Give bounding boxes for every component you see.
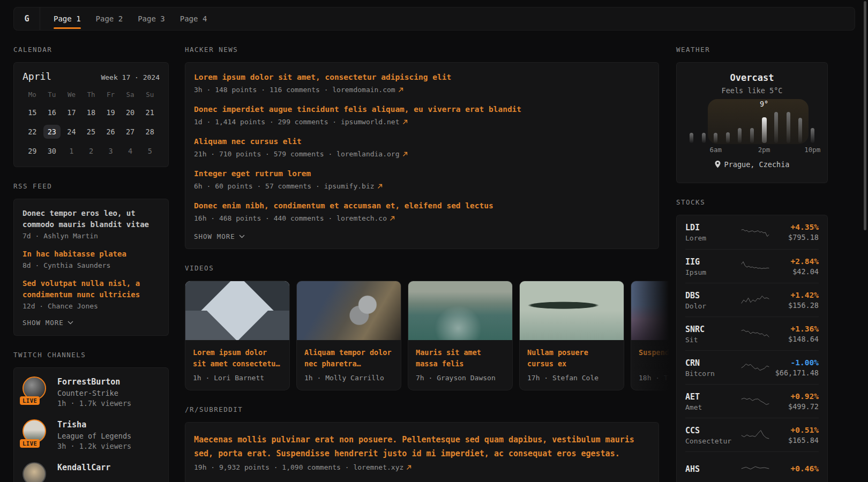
stock-name: Amet <box>685 403 741 411</box>
chevron-down-icon <box>68 321 73 325</box>
video-thumbnail[interactable] <box>297 281 401 340</box>
hour-bar <box>702 133 706 143</box>
calendar-day: 25 <box>83 125 100 139</box>
calendar-weekday-header: Th <box>81 89 101 100</box>
page-tab[interactable]: Page 2 <box>96 7 123 30</box>
stock-change: +0.46% <box>769 464 819 473</box>
logo[interactable]: G <box>14 7 40 30</box>
channel-avatar-image <box>23 462 46 482</box>
stock-sparkline <box>741 426 769 444</box>
video-thumbnail[interactable] <box>185 281 289 340</box>
calendar-day: 24 <box>63 125 80 139</box>
avatar[interactable]: LIVE <box>23 419 48 445</box>
stock-ticker[interactable]: SNRC <box>685 325 705 334</box>
avatar[interactable]: LIVE <box>23 376 48 402</box>
live-badge: LIVE <box>20 396 40 405</box>
stock-change: +4.35% <box>769 223 819 231</box>
hour-bar <box>738 128 742 143</box>
video-title[interactable]: Mauris sit amet massa felis <box>416 347 505 370</box>
video-title[interactable]: Suspendisse diam <box>639 347 674 370</box>
rss-item-title[interactable]: In hac habitasse platea <box>23 248 160 260</box>
weather-card: Overcast Feels like 5°C 9°6am2pm10pm Pra… <box>676 62 828 183</box>
avatar[interactable] <box>23 462 48 482</box>
video-title[interactable]: Lorem ipsum dolor sit amet consectetu… <box>193 347 282 370</box>
hackernews-widget: HACKER NEWS Lorem ipsum dolor sit amet, … <box>185 46 659 249</box>
video-title[interactable]: Aliquam tempor dolor nec pharetra… <box>304 347 393 370</box>
stock-ticker[interactable]: IIG <box>685 257 700 267</box>
hackernews-show-more-button[interactable]: SHOW MORE <box>194 232 245 240</box>
external-link-icon[interactable] <box>398 87 403 93</box>
video-thumbnail[interactable] <box>408 281 512 340</box>
stock-ticker[interactable]: CCS <box>685 426 700 435</box>
scrollbar-thumb[interactable] <box>864 1 866 230</box>
post-meta-text: 19h · 9,932 points · 1,090 comments · lo… <box>194 463 403 471</box>
calendar-day: 26 <box>102 125 119 139</box>
stock-ticker[interactable]: DBS <box>685 291 700 300</box>
stock-change: -1.00% <box>769 358 819 367</box>
video-title[interactable]: Nullam posuere cursus ex <box>527 347 616 370</box>
rss-item-title[interactable]: Sed volutpat nulla nisl, a condimentum n… <box>23 278 160 300</box>
external-link-icon[interactable] <box>402 152 408 157</box>
page-tab[interactable]: Page 4 <box>180 7 207 30</box>
stock-ticker[interactable]: AHS <box>685 464 700 474</box>
stocks-section-label: STOCKS <box>676 198 828 206</box>
stock-name: Consectetur <box>685 437 741 445</box>
video-thumbnail[interactable] <box>631 281 674 340</box>
story-meta: 21h · 710 points · 579 comments · loreml… <box>194 150 650 158</box>
calendar-day: 22 <box>24 125 41 139</box>
subreddit-widget: /R/SUBREDDIT Maecenas mollis pulvinar er… <box>185 405 659 482</box>
story-title[interactable]: Donec imperdiet augue tincidunt felis al… <box>194 104 650 115</box>
stocks-widget: STOCKS LDI Lorem +4.35% $795.18 IIG Ipsu… <box>676 198 828 482</box>
stock-ticker[interactable]: CRN <box>685 358 700 368</box>
videos-carousel: Lorem ipsum dolor sit amet consectetu… 1… <box>185 281 674 390</box>
stock-sparkline <box>741 392 769 410</box>
stock-change: +2.84% <box>769 257 819 266</box>
story-title[interactable]: Aliquam nec cursus elit <box>194 136 650 147</box>
story-title[interactable]: Lorem ipsum dolor sit amet, consectetur … <box>194 72 650 83</box>
channel-name[interactable]: KendallCarr <box>57 463 110 472</box>
stock-change: +1.36% <box>769 325 819 333</box>
external-link-icon[interactable] <box>390 216 395 221</box>
channel-name[interactable]: Trisha <box>57 420 131 430</box>
story-title[interactable]: Integer eget rutrum lorem <box>194 168 650 179</box>
weather-hourly-chart: 9°6am2pm10pm <box>686 100 819 154</box>
external-link-icon[interactable] <box>406 465 411 470</box>
weather-location: Prague, Czechia <box>724 160 790 169</box>
rss-item-title[interactable]: Donec tempor eros leo, ut commodo mauris… <box>23 208 160 230</box>
current-temp-label: 9° <box>760 100 768 108</box>
calendar-card: April Week 17 · 2024 MoTuWeThFrSaSu 1516… <box>13 62 169 167</box>
stock-price: $42.04 <box>769 267 819 276</box>
stock-row: LDI Lorem +4.35% $795.18 <box>685 215 819 249</box>
external-link-icon[interactable] <box>402 119 408 125</box>
video-thumbnail[interactable] <box>520 281 624 340</box>
stock-price: $165.84 <box>769 436 819 445</box>
channel-name[interactable]: ForrestBurton <box>57 377 131 387</box>
video-card: Nullam posuere cursus ex 17h · Stefan Co… <box>519 281 624 390</box>
stock-price: $156.28 <box>769 301 819 310</box>
rss-item: In hac habitasse platea 8d · Cynthia Sau… <box>23 248 160 269</box>
calendar-day: 15 <box>24 106 41 119</box>
stock-sparkline <box>741 325 769 343</box>
twitch-channel-row: LIVE ForrestBurton Counter-Strike 1h · 1… <box>23 376 160 408</box>
video-meta: 1h · Lori Barnett <box>193 374 282 382</box>
rss-card: Donec tempor eros leo, ut commodo mauris… <box>13 199 169 336</box>
stock-sparkline <box>741 460 769 478</box>
daylight-highlight <box>708 99 809 144</box>
stock-row: AET Amet +0.92% $499.72 <box>685 384 819 418</box>
post-title[interactable]: Maecenas mollis pulvinar erat non posuer… <box>194 433 650 461</box>
story-title[interactable]: Donec enim nibh, condimentum et accumsan… <box>194 200 650 212</box>
rss-show-more-button[interactable]: SHOW MORE <box>23 319 73 327</box>
hn-story: Donec imperdiet augue tincidunt felis al… <box>194 104 650 126</box>
stock-ticker[interactable]: AET <box>685 392 700 402</box>
stock-ticker[interactable]: LDI <box>685 223 700 232</box>
stock-name: Sit <box>685 336 741 344</box>
video-card: Suspendisse diam 18h · Tara <box>631 281 674 390</box>
video-meta: 1h · Molly Carrillo <box>304 374 393 382</box>
rss-widget: RSS FEED Donec tempor eros leo, ut commo… <box>13 182 169 336</box>
external-link-icon[interactable] <box>377 184 383 189</box>
calendar-day: 19 <box>102 106 119 119</box>
story-meta-text: 3h · 148 points · 116 comments · loremdo… <box>194 86 395 94</box>
story-meta: 6h · 60 points · 57 comments · ipsumify.… <box>194 182 650 190</box>
page-tab[interactable]: Page 3 <box>138 7 165 30</box>
page-tab[interactable]: Page 1 <box>54 7 81 30</box>
